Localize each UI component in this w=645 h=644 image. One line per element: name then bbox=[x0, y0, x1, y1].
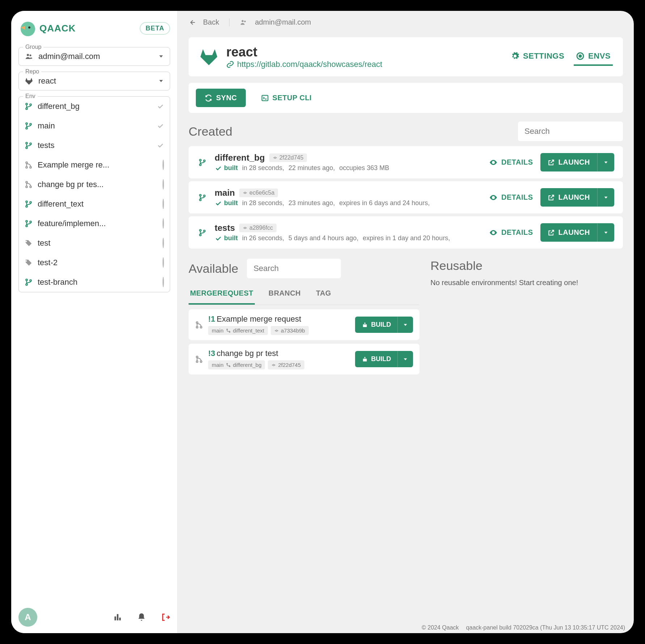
svg-point-37 bbox=[199, 164, 201, 166]
sidebar-env-item[interactable]: different_text bbox=[19, 194, 170, 214]
bell-icon[interactable] bbox=[137, 613, 146, 622]
svg-point-18 bbox=[30, 186, 31, 188]
repo-label: Repo bbox=[23, 68, 41, 75]
status-built: built bbox=[215, 164, 238, 172]
created-env-card: tests a2896fcc built in 26 seconds, 5 da… bbox=[189, 216, 623, 249]
sidebar-env-item[interactable]: tests bbox=[19, 136, 170, 155]
sidebar-env-item[interactable]: change bg pr tes... bbox=[19, 175, 170, 194]
svg-point-53 bbox=[276, 330, 277, 331]
svg-rect-30 bbox=[119, 618, 121, 620]
svg-point-24 bbox=[30, 221, 31, 223]
commit-chip[interactable]: 2f22d745 bbox=[268, 360, 304, 369]
check-icon bbox=[157, 103, 164, 110]
svg-rect-29 bbox=[117, 614, 118, 620]
branch-icon bbox=[25, 200, 33, 208]
svg-point-50 bbox=[200, 326, 202, 328]
launch-button[interactable]: LAUNCH bbox=[540, 153, 614, 171]
build-caret[interactable] bbox=[397, 317, 413, 333]
svg-point-55 bbox=[196, 361, 198, 363]
created-env-card: main ec6e6c5a built in 28 seconds, 23 mi… bbox=[189, 181, 623, 213]
sidebar-env-item[interactable]: test bbox=[19, 233, 170, 253]
tag-icon bbox=[25, 239, 33, 247]
tab-mergerequest[interactable]: MERGEREQUEST bbox=[189, 283, 255, 305]
commit-chip[interactable]: a2896fcc bbox=[239, 224, 277, 232]
created-search-input[interactable] bbox=[518, 122, 623, 141]
sidebar-env-item[interactable]: test-branch bbox=[19, 272, 170, 292]
caret-down-icon bbox=[158, 54, 164, 59]
tab-settings[interactable]: SETTINGS bbox=[509, 48, 566, 66]
svg-point-36 bbox=[199, 159, 201, 161]
env-name: different_bg bbox=[38, 102, 80, 111]
repo-dropdown[interactable]: react bbox=[19, 72, 170, 90]
build-time: in 26 seconds, bbox=[242, 234, 284, 242]
build-button[interactable]: BUILD bbox=[355, 317, 413, 333]
tab-branch[interactable]: BRANCH bbox=[267, 283, 302, 305]
tag-icon bbox=[25, 259, 33, 267]
commit-chip[interactable]: a7334b9b bbox=[271, 326, 309, 335]
launch-caret[interactable] bbox=[597, 153, 614, 171]
commit-chip[interactable]: ec6e6c5a bbox=[239, 188, 278, 197]
sidebar-env-item[interactable]: test-2 bbox=[19, 253, 170, 272]
details-link[interactable]: DETAILS bbox=[489, 228, 533, 237]
sidebar-env-item[interactable]: different_bg bbox=[19, 97, 170, 116]
env-name: different_text bbox=[38, 199, 84, 209]
sidebar-env-item[interactable]: feature/implemen... bbox=[19, 214, 170, 233]
svg-point-23 bbox=[26, 225, 28, 227]
sync-button[interactable]: SYNC bbox=[196, 89, 246, 107]
svg-point-6 bbox=[30, 104, 31, 106]
launch-caret[interactable] bbox=[597, 223, 614, 242]
svg-point-31 bbox=[242, 20, 244, 22]
build-caret[interactable] bbox=[397, 351, 413, 367]
svg-point-47 bbox=[244, 227, 246, 229]
svg-point-41 bbox=[199, 199, 201, 201]
svg-point-46 bbox=[203, 230, 205, 232]
gitlab-icon bbox=[25, 77, 33, 85]
svg-point-4 bbox=[26, 103, 28, 105]
setup-cli-button[interactable]: SETUP CLI bbox=[252, 89, 321, 107]
build-time: in 28 seconds, bbox=[242, 199, 284, 207]
tab-envs[interactable]: ENVS bbox=[574, 48, 613, 66]
branch-icon bbox=[25, 141, 33, 149]
launch-button[interactable]: LAUNCH bbox=[540, 188, 614, 207]
circle-icon bbox=[163, 180, 164, 189]
tab-tag[interactable]: TAG bbox=[315, 283, 333, 305]
avatar[interactable]: A bbox=[18, 608, 37, 627]
env-name: test bbox=[38, 238, 50, 248]
branch-icon bbox=[197, 194, 207, 202]
mr-card: !1Example merge request main different_t… bbox=[189, 309, 420, 340]
details-link[interactable]: DETAILS bbox=[489, 193, 533, 202]
extra-info: occupies 363 MB bbox=[339, 164, 389, 172]
launch-button[interactable]: LAUNCH bbox=[540, 223, 614, 242]
circle-icon bbox=[163, 277, 164, 287]
svg-point-21 bbox=[30, 202, 31, 203]
sidebar-env-item[interactable]: Example merge re... bbox=[19, 155, 170, 175]
stats-icon[interactable] bbox=[113, 613, 122, 622]
launch-caret[interactable] bbox=[597, 188, 614, 207]
branch-icon bbox=[25, 220, 33, 228]
available-heading: Available bbox=[189, 262, 238, 276]
branch-icon bbox=[25, 278, 33, 286]
branch-icon bbox=[197, 229, 207, 237]
svg-point-26 bbox=[26, 284, 28, 285]
svg-point-14 bbox=[26, 166, 28, 168]
sidebar-env-item[interactable]: main bbox=[19, 116, 170, 136]
repo-url[interactable]: https://gitlab.com/qaack/showcases/react bbox=[226, 60, 382, 69]
svg-point-51 bbox=[227, 329, 227, 330]
build-time: in 28 seconds, bbox=[242, 164, 284, 172]
svg-point-9 bbox=[30, 123, 31, 125]
logout-icon[interactable] bbox=[161, 613, 170, 622]
svg-point-45 bbox=[199, 234, 201, 236]
caret-down-icon bbox=[158, 78, 164, 84]
svg-point-0 bbox=[21, 22, 35, 36]
build-button[interactable]: BUILD bbox=[355, 351, 413, 367]
divider bbox=[229, 18, 229, 26]
people-icon bbox=[25, 52, 33, 61]
back-link[interactable]: Back bbox=[203, 18, 219, 26]
commit-chip[interactable]: 2f22d745 bbox=[269, 153, 307, 162]
topbar-user[interactable]: admin@mail.com bbox=[255, 18, 311, 26]
available-search-input[interactable] bbox=[247, 259, 341, 278]
logo[interactable]: QAACK bbox=[18, 20, 76, 37]
svg-point-3 bbox=[30, 55, 31, 56]
back-arrow-icon[interactable] bbox=[189, 19, 196, 26]
details-link[interactable]: DETAILS bbox=[489, 158, 533, 167]
